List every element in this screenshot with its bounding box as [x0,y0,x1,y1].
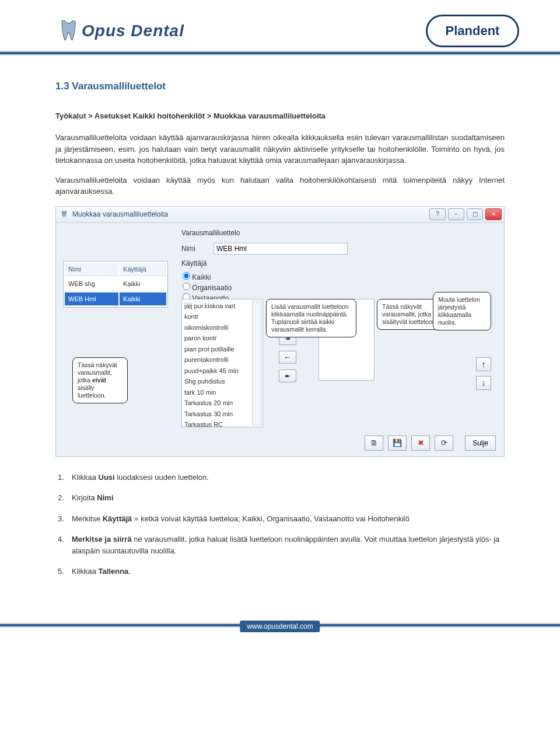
save-button[interactable]: 💾 [388,436,407,451]
plandent-logo: Plandent [426,15,519,47]
bottom-buttons: 🗎 💾 ✖ ⟳ Sulje [365,436,496,451]
paragraph-2: Varausmalliluetteloita voidaan käyttää m… [55,175,505,197]
dialog-titlebar: Muokkaa varausmalliluetteloita ? − ▢ ✕ [56,207,504,223]
step-2: Kirjoita Nimi [72,492,505,504]
move-all-left-button[interactable]: ↞ [279,370,296,382]
name-label: Nimi [181,243,214,254]
section-label: Varausmalliluettelo [181,228,491,238]
opus-logo: Opus Dental [55,18,184,44]
step-5: Klikkaa Tallenna. [72,566,505,577]
reorder-arrows: ↑ ↓ [476,357,492,395]
step-4: Merkitse ja siirrä ne varausmallit, jotk… [72,534,505,556]
app-icon [60,210,69,219]
list-item[interactable]: tark 10 min [183,387,261,398]
close-button[interactable]: ✕ [485,208,502,220]
maximize-button[interactable]: ▢ [467,208,483,220]
help-button[interactable]: ? [429,208,446,220]
callout-not-in-list: Tässä näkyvät varausmallit, jotka eivät … [72,357,128,404]
list-table: NimiKäyttäjä WEB shgKaikki WEB HmlKaikki [63,261,168,308]
move-down-button[interactable]: ↓ [476,376,491,390]
move-up-button[interactable]: ↑ [476,357,491,371]
col-kayttaja: Käyttäjä [120,263,166,277]
list-item[interactable]: pian prot potilaille [183,344,261,355]
page-header: Opus Dental Plandent [0,0,560,58]
paragraph-1: Varausmalliluetteloita voidaan käyttää a… [55,132,505,166]
page-content: 1.3 Varausmalliluettelot Työkalut > Aset… [0,58,560,598]
list-item[interactable]: Tarkastus RC [183,419,261,427]
list-item[interactable]: paron kontr [183,333,261,344]
table-row[interactable]: WEB shgKaikki [65,277,166,291]
close-dialog-button[interactable]: Sulje [465,436,496,451]
dialog-screenshot: Muokkaa varausmalliluetteloita ? − ▢ ✕ N… [55,206,505,457]
list-item[interactable]: Tarkastus 20 min [183,398,261,409]
scrollbar[interactable] [252,301,261,426]
step-3: Merkitse Käyttäjä = ketkä voivat käyttää… [72,513,505,525]
page-footer: www.opusdental.com [0,616,560,635]
tooth-icon [55,18,82,44]
table-row[interactable]: WEB HmlKaikki [65,292,166,306]
list-item[interactable]: Tarkastus 30 min [183,409,261,420]
col-nimi: Nimi [65,263,118,277]
reset-button[interactable]: ⟳ [435,436,453,451]
section-heading: 1.3 Varausmalliluettelot [55,79,505,94]
list-item[interactable]: kontr [183,311,261,322]
list-item[interactable]: purentakontrolli [183,354,261,365]
dialog-body: NimiKäyttäjä WEB shgKaikki WEB HmlKaikki… [56,223,504,457]
callout-reorder: Muuta luettelon järjestystä klikkaamalla… [433,292,491,331]
callout-add: Lisää varausmallit luetteloon klikkaamal… [266,299,356,338]
delete-button[interactable]: ✖ [411,436,430,451]
available-list[interactable]: jälj pur.kiskoa vart kontr oikomiskontro… [181,299,263,427]
instruction-list: Klikkaa Uusi luodaksesi uuden luettelon.… [55,472,505,577]
plandent-logo-text: Plandent [446,23,500,39]
header-divider [0,51,560,55]
dialog-title: Muokkaa varausmalliluetteloita [72,209,168,220]
user-label: Käyttäjä [181,258,214,269]
list-item[interactable]: oikomiskontrolli [183,322,261,333]
radio-organisaatio[interactable] [183,283,190,290]
step-1: Klikkaa Uusi luodaksesi uuden luettelon. [72,472,505,483]
move-left-button[interactable]: ← [279,351,296,364]
menu-path: Työkalut > Asetukset Kaikki hoitohenkilö… [55,110,505,122]
list-item[interactable]: Shg puhdistus [183,376,261,387]
footer-url: www.opusdental.com [240,621,320,632]
minimize-button[interactable]: − [448,208,464,220]
new-button[interactable]: 🗎 [365,436,383,451]
radio-kaikki[interactable] [183,272,190,280]
list-item[interactable]: jälj pur.kiskoa vart [183,301,261,312]
list-item[interactable]: puud+paikk 45 min [183,365,261,377]
opus-logo-text: Opus Dental [82,22,184,40]
name-input[interactable] [214,243,348,255]
